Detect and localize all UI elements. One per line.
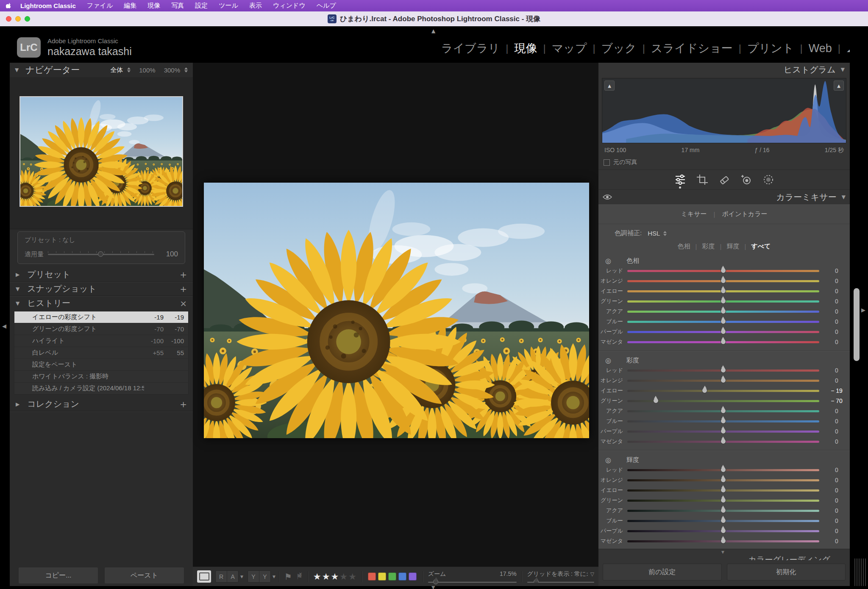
slider-thumb[interactable] [721, 308, 726, 314]
add-snapshot-icon[interactable]: + [180, 284, 187, 294]
view-mode-cell[interactable]: Y [259, 571, 270, 582]
history-row[interactable]: ハイライト -100 -100 [14, 335, 188, 347]
disclosure-triangle-icon[interactable]: ▼ [842, 194, 846, 200]
panel-scrollbar[interactable] [854, 288, 860, 361]
masking-icon[interactable] [761, 172, 776, 187]
menubar-item[interactable]: ウィンドウ [273, 2, 306, 10]
slider-thumb[interactable] [721, 467, 726, 472]
target-adjust-icon[interactable]: ◎ [605, 356, 611, 364]
menubar-item[interactable]: ファイル [87, 2, 113, 10]
add-collection-icon[interactable]: + [180, 399, 187, 409]
module-tab[interactable]: 現像 [514, 41, 537, 56]
slider-thumb[interactable] [721, 288, 726, 294]
star-icon[interactable]: ★ [339, 572, 348, 582]
collections-section-header[interactable]: ▶ コレクション + [10, 397, 193, 411]
reject-flag-icon[interactable]: ⚑× [296, 572, 303, 581]
slider-thumb[interactable] [721, 408, 726, 414]
mixer-slider[interactable] [627, 300, 819, 303]
presets-section-header[interactable]: ▶ プリセット + [10, 267, 193, 281]
module-tab[interactable]: Web [809, 42, 832, 55]
menubar-item[interactable]: 表示 [249, 2, 262, 10]
module-tab[interactable]: ライブラリ [441, 41, 500, 56]
zoom-fit-option[interactable]: 全体 [110, 66, 123, 74]
slider-thumb[interactable] [721, 268, 726, 273]
menubar-app-name[interactable]: Lightroom Classic [20, 2, 76, 9]
mixer-slider[interactable] [627, 390, 819, 392]
mixer-slider[interactable] [627, 270, 819, 272]
mixer-slider[interactable] [627, 431, 819, 433]
navigator-header[interactable]: ▼ ナビゲーター 全体 100% 300% [10, 63, 193, 77]
module-tab[interactable]: プリント [747, 41, 794, 56]
minimize-button[interactable] [15, 16, 21, 22]
collapse-right-panel-icon[interactable]: ▶ [861, 307, 865, 313]
color-label-chip[interactable] [378, 572, 386, 581]
disclosure-triangle-icon[interactable]: ▼ [16, 300, 19, 306]
view-mode-cell[interactable]: Y [248, 571, 259, 582]
mixer-subtab[interactable]: すべて [751, 242, 771, 250]
slider-thumb[interactable] [721, 339, 726, 345]
slider-thumb[interactable] [653, 398, 659, 403]
main-photo[interactable] [204, 183, 589, 438]
previous-settings-button[interactable]: 前の設定 [603, 564, 722, 581]
slider-thumb[interactable] [721, 428, 726, 434]
zoom-slider-thumb[interactable] [433, 579, 438, 584]
heal-icon[interactable] [717, 172, 732, 187]
mixer-slider[interactable] [627, 441, 819, 443]
clear-history-icon[interactable]: × [180, 298, 187, 308]
slider-thumb[interactable] [721, 497, 726, 503]
disclosure-triangle-icon[interactable]: ▶ [16, 272, 19, 278]
mixer-slider[interactable] [627, 540, 819, 542]
mixer-slider[interactable] [627, 469, 819, 471]
menubar-item[interactable]: 現像 [147, 2, 160, 10]
mixer-slider[interactable] [627, 420, 819, 422]
zoom-slider[interactable] [428, 582, 517, 583]
mixer-subtab[interactable]: 輝度 [726, 242, 739, 250]
history-row[interactable]: イエローの彩度シフト -19 -19 [14, 311, 188, 323]
disclosure-triangle-icon[interactable]: ▶ [16, 401, 19, 407]
grid-slider[interactable] [527, 582, 594, 583]
zoom-300-option[interactable]: 300% [164, 67, 180, 74]
mixer-slider[interactable] [627, 311, 819, 313]
color-label-chip[interactable] [409, 572, 417, 581]
history-row[interactable]: グリーンの彩度シフト -70 -70 [14, 323, 188, 335]
mixer-subtab[interactable]: 色相 [678, 242, 690, 250]
tab-point-color[interactable]: ポイントカラー [722, 210, 767, 218]
mixer-slider[interactable] [627, 479, 819, 481]
mixer-slider[interactable] [627, 500, 819, 502]
histogram-display[interactable]: ▲ ▲ [602, 78, 846, 143]
color-label-chip[interactable] [398, 572, 406, 581]
module-tab[interactable]: マップ [552, 41, 587, 56]
slider-thumb[interactable] [721, 418, 726, 424]
pick-flag-icon[interactable]: ⚑ [284, 572, 292, 582]
slider-thumb[interactable] [721, 487, 726, 493]
mixer-slider[interactable] [627, 331, 819, 333]
color-label-chip[interactable] [368, 572, 376, 581]
history-row[interactable]: 白レベル +55 55 [14, 347, 188, 359]
color-label-chip[interactable] [388, 572, 396, 581]
mixer-slider[interactable] [627, 510, 819, 512]
disclosure-triangle-icon[interactable]: ▼ [841, 67, 845, 72]
zoom-100-option[interactable]: 100% [139, 67, 155, 74]
slider-thumb[interactable] [721, 329, 726, 334]
mixer-slider[interactable] [627, 280, 819, 282]
next-panel-header-clipped[interactable]: ▼ カラーグレーディング [598, 549, 850, 560]
highlight-clipping-icon[interactable]: ▲ [834, 81, 844, 91]
slider-thumb[interactable] [721, 278, 726, 283]
color-mixer-header[interactable]: カラーミキサー ▼ [598, 190, 850, 204]
collapse-left-panel-icon[interactable]: ◀ [2, 323, 6, 329]
mixer-slider[interactable] [627, 520, 819, 522]
navigator-preview[interactable] [19, 96, 183, 207]
reset-button[interactable]: 初期化 [727, 564, 846, 581]
crop-icon[interactable] [695, 172, 710, 187]
disclosure-triangle-icon[interactable]: ▼ [16, 286, 19, 292]
star-icon[interactable]: ★ [313, 572, 321, 582]
chevron-down-icon[interactable]: ▼ [240, 575, 243, 579]
mixer-slider[interactable] [627, 400, 819, 402]
disclosure-triangle-icon[interactable]: ▼ [15, 67, 19, 73]
history-section-header[interactable]: ▼ ヒストリー × [10, 296, 193, 310]
chevron-down-icon[interactable]: ▽ [590, 571, 594, 577]
adjust-stepper-icon[interactable] [663, 231, 667, 236]
slider-thumb[interactable] [721, 477, 726, 483]
menubar-item[interactable]: 編集 [124, 2, 136, 10]
mixer-slider[interactable] [627, 321, 819, 323]
